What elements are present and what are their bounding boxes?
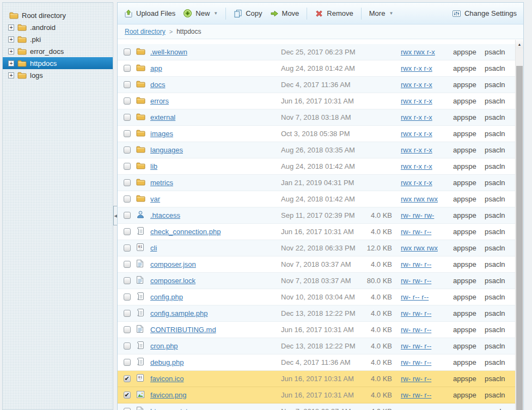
sidebar-item-error-docs[interactable]: +error_docs bbox=[3, 45, 113, 57]
breadcrumb-root-link[interactable]: Root directory bbox=[125, 28, 166, 35]
vertical-scrollbar[interactable]: ▲ bbox=[515, 40, 523, 410]
file-name-link[interactable]: htaccess.txt bbox=[150, 407, 188, 410]
file-name-link[interactable]: composer.lock bbox=[150, 277, 195, 285]
permissions-link[interactable]: rwx rwx rwx bbox=[401, 244, 438, 252]
permissions-link[interactable]: rw- r-- r-- bbox=[401, 293, 429, 301]
file-user: appspe bbox=[453, 407, 485, 410]
file-name-link[interactable]: external bbox=[150, 113, 175, 121]
scrollbar-thumb[interactable] bbox=[516, 66, 523, 410]
sidebar-item-pki[interactable]: +.pki bbox=[3, 33, 113, 45]
file-name-link[interactable]: favicon.ico bbox=[150, 375, 184, 383]
permissions-link[interactable]: rwx r-x r-x bbox=[401, 179, 432, 187]
file-name-link[interactable]: cli bbox=[150, 244, 157, 252]
row-checkbox[interactable] bbox=[124, 293, 131, 301]
expand-plus-icon[interactable]: + bbox=[8, 36, 14, 42]
checkbox-cell bbox=[118, 130, 136, 137]
row-checkbox[interactable] bbox=[124, 342, 131, 350]
scroll-up-button[interactable]: ▲ bbox=[516, 40, 523, 48]
file-name-link[interactable]: check_connection.php bbox=[150, 228, 221, 236]
file-name-link[interactable]: errors bbox=[150, 97, 169, 105]
row-checkbox[interactable] bbox=[124, 97, 131, 105]
row-checkbox[interactable] bbox=[124, 408, 131, 410]
permissions-link[interactable]: rwx r-x r-x bbox=[401, 81, 432, 89]
row-checkbox[interactable] bbox=[124, 261, 131, 268]
row-checkbox[interactable] bbox=[124, 65, 131, 72]
expand-plus-icon[interactable]: + bbox=[8, 48, 14, 54]
row-checkbox[interactable] bbox=[124, 179, 131, 186]
toolbar-button-move[interactable]: Move bbox=[270, 9, 299, 18]
row-checkbox[interactable] bbox=[124, 310, 131, 317]
row-checkbox[interactable] bbox=[124, 359, 131, 366]
row-checkbox[interactable] bbox=[124, 48, 131, 56]
file-name-link[interactable]: config.sample.php bbox=[150, 309, 208, 317]
toolbar-button-change-settings[interactable]: Change Settings bbox=[452, 9, 517, 18]
row-checkbox[interactable] bbox=[124, 163, 131, 170]
permissions-link[interactable]: rwx r-x r-x bbox=[401, 64, 432, 72]
table-row-languages: languagesAug 26, 2018 03:35 AMrwx r-x r-… bbox=[118, 142, 515, 158]
toolbar-button-new[interactable]: New▼ bbox=[183, 9, 218, 18]
toolbar-button-upload-files[interactable]: Upload Files bbox=[124, 9, 175, 18]
file-name-link[interactable]: languages bbox=[150, 146, 183, 154]
row-checkbox[interactable] bbox=[124, 146, 131, 154]
file-name-link[interactable]: debug.php bbox=[150, 358, 184, 366]
sidebar-item-logs[interactable]: +logs bbox=[3, 69, 113, 81]
permissions-link[interactable]: rw- rw- r-- bbox=[401, 260, 431, 268]
permissions-link[interactable]: rwx r-x r-x bbox=[401, 146, 432, 154]
toolbar-button-remove[interactable]: Remove bbox=[315, 9, 353, 18]
permissions-link[interactable]: rw- rw- r-- bbox=[401, 342, 431, 350]
permissions-link[interactable]: rwx r-x r-x bbox=[401, 130, 432, 138]
permissions-link[interactable]: rw- rw- r-- bbox=[401, 407, 431, 410]
file-name-link[interactable]: favicon.png bbox=[150, 391, 187, 399]
file-name-link[interactable]: var bbox=[150, 195, 160, 203]
permissions-link[interactable]: rw- rw- r-- bbox=[401, 326, 431, 334]
file-name-link[interactable]: lib bbox=[150, 162, 157, 170]
permissions-link[interactable]: rwx r-x r-x bbox=[401, 162, 432, 170]
file-name-link[interactable]: images bbox=[150, 130, 173, 138]
row-checkbox[interactable] bbox=[124, 326, 131, 333]
permissions-link[interactable]: rw- rw- r-- bbox=[401, 277, 431, 285]
file-name-link[interactable]: docs bbox=[150, 81, 165, 89]
row-checkbox[interactable]: ✔ bbox=[124, 391, 131, 399]
permissions-link[interactable]: rw- rw- r-- bbox=[401, 391, 431, 399]
permissions-link[interactable]: rw- rw- r-- bbox=[401, 375, 431, 383]
permissions-link[interactable]: rwx r-x r-x bbox=[401, 97, 432, 105]
permissions-link[interactable]: rwx rwx r-x bbox=[401, 48, 435, 56]
row-checkbox[interactable] bbox=[124, 81, 131, 88]
permissions-link[interactable]: rw- rw- r-- bbox=[401, 358, 431, 366]
file-name-link[interactable]: composer.json bbox=[150, 260, 196, 268]
expand-plus-icon[interactable]: + bbox=[8, 72, 14, 78]
sidebar-splitter[interactable]: ◀ bbox=[113, 2, 117, 410]
expand-plus-icon[interactable]: + bbox=[8, 60, 14, 66]
file-name-link[interactable]: .htaccess bbox=[150, 211, 180, 219]
sidebar-item-httpdocs[interactable]: +httpdocs bbox=[3, 57, 113, 69]
checkbox-cell: ✔ bbox=[118, 375, 136, 382]
expand-plus-icon[interactable]: + bbox=[8, 25, 14, 30]
file-type-cell bbox=[136, 178, 150, 187]
row-checkbox[interactable] bbox=[124, 114, 131, 121]
sidebar-item-root-directory[interactable]: Root directory bbox=[3, 9, 113, 21]
permissions-link[interactable]: rw- rw- r-- bbox=[401, 309, 431, 317]
checkbox-cell bbox=[118, 97, 136, 105]
permissions-link[interactable]: rw- rw- r-- bbox=[401, 228, 431, 236]
file-name-link[interactable]: .well-known bbox=[150, 48, 187, 56]
row-checkbox[interactable] bbox=[124, 212, 131, 219]
file-name-link[interactable]: metrics bbox=[150, 179, 173, 187]
row-checkbox[interactable] bbox=[124, 277, 131, 284]
permissions-link[interactable]: rw- rw- rw- bbox=[401, 211, 434, 219]
permissions-link[interactable]: rwx rwx rwx bbox=[401, 195, 438, 203]
row-checkbox[interactable] bbox=[124, 244, 131, 252]
toolbar-button-more[interactable]: More▼ bbox=[369, 9, 394, 17]
toolbar-button-copy[interactable]: Copy bbox=[234, 9, 262, 18]
file-name-link[interactable]: cron.php bbox=[150, 342, 178, 350]
row-checkbox[interactable] bbox=[124, 130, 131, 137]
permissions-link[interactable]: rwx r-x r-x bbox=[401, 113, 432, 121]
row-checkbox[interactable] bbox=[124, 195, 131, 203]
row-checkbox[interactable] bbox=[124, 228, 131, 235]
file-name-link[interactable]: config.php bbox=[150, 293, 183, 301]
file-user: appspe bbox=[453, 293, 485, 301]
file-name-link[interactable]: app bbox=[150, 64, 162, 72]
row-checkbox[interactable]: ✔ bbox=[124, 375, 131, 382]
file-name-link[interactable]: CONTRIBUTING.md bbox=[150, 326, 216, 334]
sidebar-item-android[interactable]: +.android bbox=[3, 21, 113, 33]
file-user: appspe bbox=[453, 391, 485, 399]
